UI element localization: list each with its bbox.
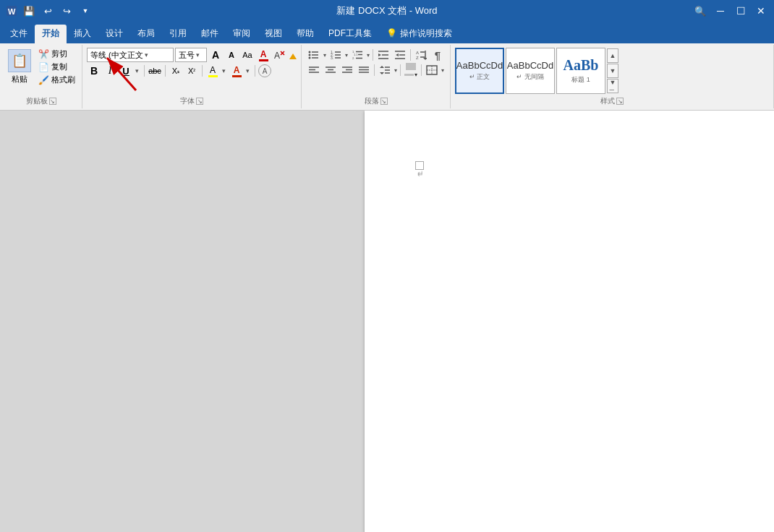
quick-redo-button[interactable]: ↪ — [59, 4, 74, 18]
tab-design[interactable]: 设计 — [98, 25, 130, 43]
style-normal[interactable]: AaBbCcDd ↵ 正文 — [455, 48, 504, 94]
quick-more-button[interactable]: ▼ — [78, 4, 93, 18]
font-size-dropdown-arrow[interactable]: ▾ — [196, 51, 200, 59]
tab-insert[interactable]: 插入 — [67, 25, 98, 43]
change-case-button[interactable]: Aa — [240, 48, 255, 62]
tab-help[interactable]: 帮助 — [289, 25, 321, 43]
styles-expand[interactable]: ↘ — [616, 98, 624, 105]
minimize-button[interactable]: ─ — [713, 4, 728, 18]
document-cursor: ↵ — [415, 161, 424, 170]
increase-font-button[interactable]: A — [208, 48, 223, 62]
align-center-button[interactable] — [323, 63, 339, 77]
font-family-selector[interactable]: 等线 (中文正文 ▾ — [87, 48, 174, 62]
line-spacing-button[interactable] — [377, 63, 393, 77]
font-content: 等线 (中文正文 ▾ 五号 ▾ A A Aa A — [85, 46, 298, 95]
restore-button[interactable]: ☐ — [733, 4, 748, 18]
svg-point-7 — [309, 54, 311, 56]
bullets-dropdown[interactable]: ▾ — [323, 52, 327, 59]
line-spacing-dropdown[interactable]: ▾ — [394, 67, 398, 74]
tab-pdftool[interactable]: PDF工具集 — [321, 25, 379, 43]
style-more-button[interactable]: ▼─ — [607, 79, 618, 93]
quick-undo-button[interactable]: ↩ — [41, 4, 55, 18]
clear-format-button[interactable]: A — [272, 48, 286, 62]
font-color-dropdown[interactable]: ▾ — [245, 67, 250, 74]
paste-button[interactable]: 📋 粘贴 — [4, 48, 35, 86]
tab-file[interactable]: 文件 — [3, 25, 35, 43]
document-page[interactable]: ↵ — [365, 111, 774, 532]
clipboard-group: 📋 粘贴 ✂️ 剪切 📄 复制 🖌️ 格式刷 — [0, 45, 82, 108]
strikethrough-button[interactable]: abc — [148, 64, 162, 78]
clipboard-label: 剪贴板 ↘ — [3, 95, 79, 107]
quick-save-button[interactable]: 💾 — [22, 4, 36, 18]
tab-search[interactable]: 💡 操作说明搜索 — [379, 25, 459, 43]
format-paint-button[interactable]: 🖌️ 格式刷 — [36, 74, 77, 86]
subscript-button[interactable]: X₂ — [169, 64, 183, 78]
style-normal-label: ↵ 正文 — [469, 72, 490, 82]
style-nospacing[interactable]: AaBbCcDd ↵ 无间隔 — [506, 48, 555, 94]
text-effects-button[interactable]: A — [258, 64, 271, 77]
search-icon: 💡 — [386, 28, 397, 38]
font-family-dropdown-arrow[interactable]: ▾ — [145, 51, 148, 59]
search-icon[interactable]: 🔍 — [693, 4, 707, 18]
para-sep2 — [410, 49, 411, 61]
multilevel-dropdown[interactable]: ▾ — [366, 52, 370, 59]
clipboard-expand[interactable]: ↘ — [49, 98, 56, 105]
copy-button[interactable]: 📄 复制 — [36, 61, 77, 73]
italic-button[interactable]: I — [103, 64, 117, 78]
svg-marker-24 — [378, 53, 381, 56]
tab-review[interactable]: 审阅 — [226, 25, 258, 43]
decrease-indent-button[interactable] — [375, 48, 391, 62]
bold-button[interactable]: B — [87, 64, 101, 78]
font-color2-button[interactable]: A — [229, 64, 244, 78]
svg-text:A: A — [274, 51, 280, 61]
tab-home[interactable]: 开始 — [35, 25, 67, 43]
align-right-button[interactable] — [339, 63, 355, 77]
font-expand[interactable]: ↘ — [196, 98, 203, 105]
para-sep5 — [421, 64, 422, 76]
decrease-font-button[interactable]: A — [224, 48, 239, 62]
numbering-button[interactable]: 1. 2. 3. — [328, 48, 344, 62]
show-marks-button[interactable]: ¶ — [430, 48, 446, 62]
style-scroll-up[interactable]: ▲ — [607, 48, 618, 63]
tab-mail[interactable]: 邮件 — [194, 25, 226, 43]
border-button[interactable] — [424, 63, 440, 77]
style-nospacing-preview: AaBbCcDd — [507, 60, 553, 71]
close-button[interactable]: ✕ — [754, 4, 768, 18]
tab-view[interactable]: 视图 — [258, 25, 289, 43]
increase-indent-button[interactable] — [392, 48, 408, 62]
numbering-dropdown[interactable]: ▾ — [344, 52, 349, 59]
border-dropdown[interactable]: ▾ — [441, 67, 445, 74]
separator1 — [144, 65, 145, 77]
font-label: 字体 ↘ — [85, 95, 298, 107]
tab-references[interactable]: 引用 — [162, 25, 194, 43]
font-color-button[interactable]: A — [256, 48, 271, 62]
highlight-button[interactable]: A — [205, 64, 220, 78]
separator2 — [165, 65, 166, 77]
svg-marker-50 — [380, 72, 384, 74]
justify-button[interactable] — [356, 63, 372, 77]
cut-button[interactable]: ✂️ 剪切 — [36, 48, 77, 60]
paragraph-expand[interactable]: ↘ — [380, 98, 388, 105]
superscript-button[interactable]: X² — [184, 64, 199, 78]
title-bar-left: W 💾 ↩ ↪ ▼ — [6, 4, 93, 18]
document-title: 新建 DOCX 文档 - Word — [336, 5, 437, 16]
style-scroll-down[interactable]: ▼ — [607, 64, 618, 78]
svg-text:3.: 3. — [331, 56, 333, 60]
underline-dropdown[interactable]: ▾ — [135, 67, 140, 74]
style-normal-preview: AaBbCcDd — [456, 60, 503, 71]
align-left-button[interactable] — [306, 63, 322, 77]
highlight-dropdown[interactable]: ▾ — [221, 67, 226, 74]
clipboard-content: 📋 粘贴 ✂️ 剪切 📄 复制 🖌️ 格式刷 — [3, 46, 79, 95]
sort-button[interactable]: A Z — [413, 48, 429, 62]
tab-layout[interactable]: 布局 — [130, 25, 162, 43]
bullets-button[interactable] — [306, 48, 322, 62]
para-content: ▾ 1. 2. 3. ▾ — [305, 46, 447, 95]
word-icon[interactable]: W — [6, 5, 17, 17]
paragraph-label: 段落 ↘ — [305, 95, 447, 107]
shading-button[interactable]: ▾ — [403, 63, 419, 77]
underline-button[interactable]: U — [119, 64, 133, 78]
style-heading1[interactable]: AaBb 标题 1 — [556, 48, 605, 94]
svg-rect-54 — [406, 63, 416, 70]
multilevel-button[interactable]: 1. 1.1 2. — [349, 48, 365, 62]
font-size-selector[interactable]: 五号 ▾ — [175, 48, 207, 62]
